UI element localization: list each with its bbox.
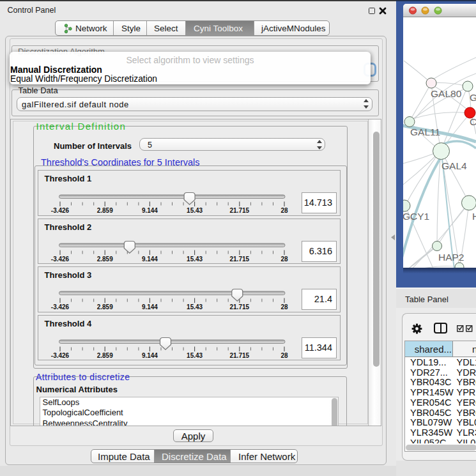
svg-text:HAP2: HAP2	[438, 252, 464, 263]
svg-text:15.43: 15.43	[187, 303, 203, 311]
svg-text:GA: GA	[470, 92, 476, 103]
svg-text:15.43: 15.43	[187, 351, 203, 358]
svg-text:GCY1: GCY1	[403, 211, 429, 222]
svg-text:9.144: 9.144	[141, 351, 157, 358]
svg-text:21.715: 21.715	[229, 351, 249, 358]
svg-text:21.715: 21.715	[229, 207, 249, 214]
svg-text:28: 28	[280, 303, 288, 311]
svg-text:C: C	[470, 116, 476, 127]
svg-text:-3.426: -3.426	[50, 351, 69, 358]
svg-text:9.144: 9.144	[141, 303, 157, 311]
svg-text:28: 28	[280, 351, 288, 358]
svg-text:2.859: 2.859	[96, 351, 112, 358]
svg-text:21.715: 21.715	[229, 255, 249, 262]
svg-text:9.144: 9.144	[141, 207, 157, 214]
svg-text:H: H	[472, 211, 476, 222]
svg-text:21.715: 21.715	[229, 303, 249, 311]
svg-text:15.43: 15.43	[187, 207, 203, 214]
svg-text:GAL4: GAL4	[441, 160, 467, 171]
svg-text:2.859: 2.859	[96, 255, 112, 262]
svg-text:28: 28	[280, 207, 288, 214]
svg-text:28: 28	[280, 255, 288, 262]
svg-text:-3.426: -3.426	[50, 255, 69, 262]
svg-text:-3.426: -3.426	[50, 207, 69, 214]
svg-text:9.144: 9.144	[141, 255, 157, 262]
svg-text:-3.426: -3.426	[50, 303, 69, 311]
svg-text:2.859: 2.859	[96, 303, 112, 311]
svg-text:GAL80: GAL80	[431, 88, 462, 99]
svg-text:GAL11: GAL11	[410, 127, 440, 137]
svg-text:2.859: 2.859	[96, 207, 112, 214]
svg-text:15.43: 15.43	[187, 255, 203, 262]
